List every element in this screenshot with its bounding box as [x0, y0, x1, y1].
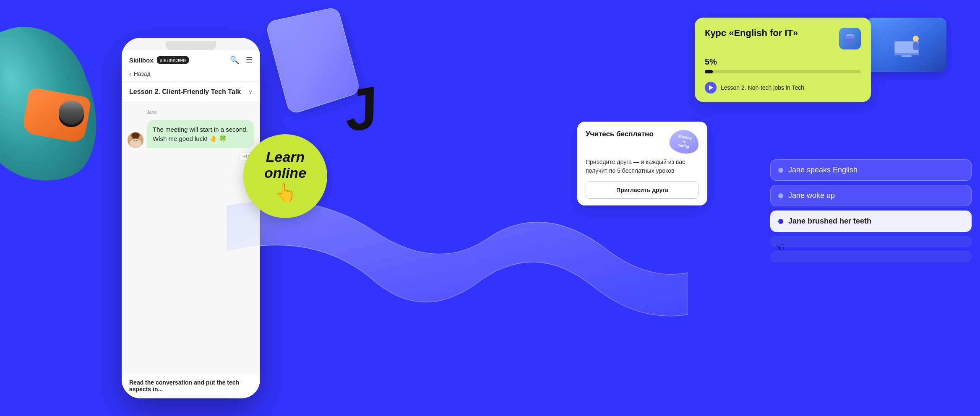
svg-point-10: [913, 36, 919, 42]
quiz-dot-icon: [778, 219, 783, 224]
svg-rect-11: [913, 42, 919, 50]
quiz-option-2[interactable]: Jane woke up: [770, 185, 972, 206]
progress-bar-background: [705, 70, 861, 73]
play-button[interactable]: [705, 82, 717, 94]
course-icon: [839, 28, 861, 49]
course-title: Курс «English for IT»: [705, 28, 798, 39]
brand-name: Skillbox: [129, 57, 154, 64]
quiz-option-faded-2: [770, 251, 972, 262]
invite-friend-button[interactable]: Пригласить друга: [586, 181, 699, 199]
course-card: Курс «English for IT» 5% Lesson 2. Non-t…: [695, 18, 871, 102]
lesson-title-row: Lesson 2. Client-Friendly Tech Talk ∨: [122, 82, 260, 103]
quiz-options-area: Jane speaks English Jane woke up Jane br…: [770, 159, 972, 262]
search-icon[interactable]: 🔍: [230, 55, 239, 65]
cylinder-object: [59, 101, 84, 124]
course-percent: 5%: [705, 57, 861, 67]
lang-badge: английский: [157, 56, 189, 64]
learn-text-line1: Learn: [266, 149, 305, 165]
learn-online-badge[interactable]: Learn online 👆: [243, 134, 327, 218]
free-title: Учитесь бесплатно: [586, 130, 654, 138]
chevron-down-icon[interactable]: ∨: [248, 88, 253, 95]
lesson-title: Lesson 2. Client-Friendly Tech Talk: [129, 88, 241, 96]
quiz-option-faded-1: [770, 236, 972, 247]
quiz-option-1[interactable]: Jane speaks English: [770, 159, 972, 181]
chat-name-label: Jane: [128, 109, 254, 114]
lesson-name: Lesson 2. Non-tech jobs in Tech: [721, 84, 804, 91]
cursor-pointer-icon: ☞: [775, 241, 785, 254]
quiz-option-3[interactable]: Jane brushed her teeth: [770, 211, 972, 232]
phone-notch: [166, 41, 216, 50]
back-arrow-icon: ‹: [129, 70, 131, 77]
quiz-option-3-text: Jane brushed her teeth: [788, 217, 871, 226]
phone-header: Skillbox английский 🔍 ☰: [122, 50, 260, 68]
back-label: Назад: [134, 70, 151, 77]
back-row[interactable]: ‹ Назад: [122, 68, 260, 82]
free-study-card: Учитесь бесплатно sharing is caring Прив…: [577, 122, 707, 205]
free-body-text: Приведите друга — и каждый из вас получи…: [586, 158, 699, 175]
phone-mockup: Skillbox английский 🔍 ☰ ‹ Назад Lesson 2…: [122, 38, 260, 398]
quiz-dot-icon: [778, 193, 783, 198]
quiz-option-2-text: Jane woke up: [788, 191, 835, 200]
quiz-dot-icon: [778, 168, 783, 173]
sharing-badge: sharing is caring: [668, 127, 701, 156]
chat-area: Jane The meeting will start in a second.…: [122, 103, 260, 373]
play-triangle-icon: [709, 85, 713, 90]
progress-bar-fill: [705, 70, 713, 73]
hand-pointer-icon: 👆: [274, 182, 296, 203]
user-avatar: [128, 132, 143, 148]
learn-text-line2: online: [264, 165, 306, 181]
svg-point-5: [131, 133, 140, 138]
quiz-option-1-text: Jane speaks English: [788, 166, 858, 174]
read-text-row: Read the conversation and put the tech a…: [122, 373, 260, 398]
svg-rect-9: [902, 55, 912, 57]
menu-icon[interactable]: ☰: [246, 55, 253, 65]
chat-bubble: The meeting will start in a second. Wish…: [147, 120, 254, 148]
course-thumbnail: [867, 18, 946, 72]
